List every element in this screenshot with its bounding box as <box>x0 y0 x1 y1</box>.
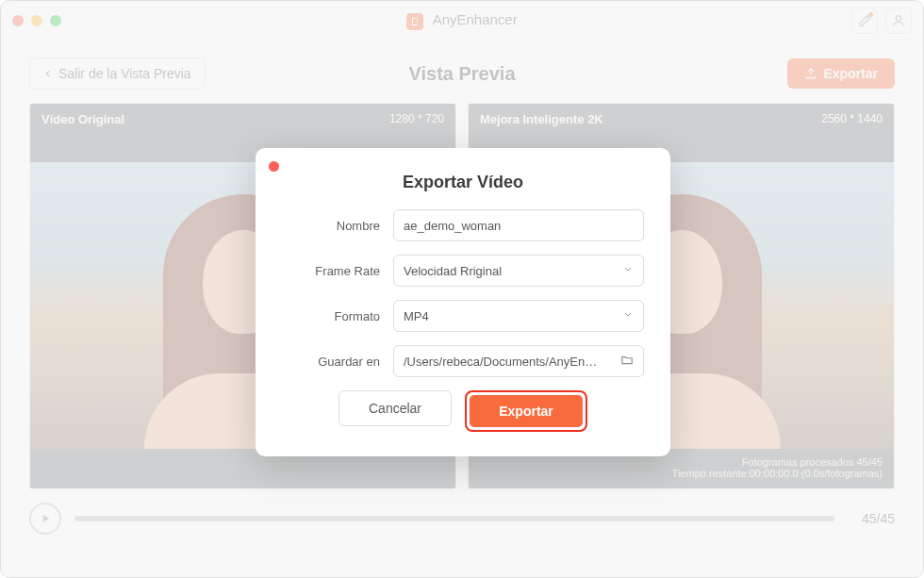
fps-value: Velocidad Rriginal <box>404 264 502 278</box>
label-name: Nombre <box>282 219 380 233</box>
label-fps: Frame Rate <box>282 264 380 278</box>
format-select[interactable]: MP4 <box>393 300 644 332</box>
name-input[interactable]: ae_demo_woman <box>393 209 644 241</box>
format-value: MP4 <box>404 309 429 323</box>
dialog-title: Exportar Vídeo <box>282 173 644 192</box>
name-value: ae_demo_woman <box>404 219 501 233</box>
save-path-input[interactable]: /Users/rebeca/Documents/AnyEnh… <box>393 345 644 377</box>
label-save: Guardar en <box>282 355 380 369</box>
dialog-export-button[interactable]: Exportar <box>470 395 583 427</box>
export-dialog: Exportar Vídeo Nombre ae_demo_woman Fram… <box>256 148 670 456</box>
chevron-down-icon <box>622 309 634 323</box>
dialog-export-label: Exportar <box>499 404 553 419</box>
save-path-value: /Users/rebeca/Documents/AnyEnh… <box>404 355 602 369</box>
dialog-close-button[interactable] <box>269 161 279 172</box>
export-button-highlight: Exportar <box>465 390 587 432</box>
label-format: Formato <box>282 309 380 323</box>
cancel-label: Cancelar <box>369 401 421 416</box>
chevron-down-icon <box>622 264 634 278</box>
cancel-button[interactable]: Cancelar <box>338 390 452 426</box>
fps-select[interactable]: Velocidad Rriginal <box>393 255 644 287</box>
folder-icon[interactable] <box>620 354 634 370</box>
